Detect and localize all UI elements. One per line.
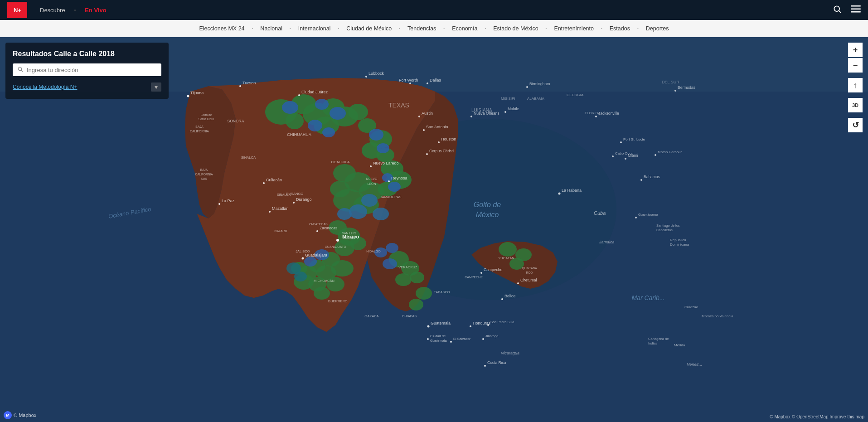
mapbox-icon: M <box>4 411 12 419</box>
svg-point-58 <box>395 273 412 286</box>
svg-text:Nuevo Laredo: Nuevo Laredo <box>373 161 399 165</box>
svg-point-177 <box>470 325 471 327</box>
nav-estado-mexico[interactable]: Estado de México <box>487 20 544 37</box>
zoom-out-button[interactable]: − <box>848 58 863 73</box>
sep-9: • <box>636 26 640 30</box>
sidebar-title: Resultados Calle a Calle 2018 <box>13 50 161 58</box>
svg-point-190 <box>482 338 484 340</box>
svg-text:Jacksonville: Jacksonville <box>598 111 619 116</box>
map-attribution[interactable]: © Mapbox © OpenStreetMap Improve this ma… <box>770 414 864 419</box>
nav-nacional[interactable]: Nacional <box>254 20 289 37</box>
search-icon <box>833 5 842 14</box>
svg-text:BAJA: BAJA <box>195 125 204 128</box>
svg-point-133 <box>302 257 304 260</box>
svg-text:ZACATECAS: ZACATECAS <box>309 223 328 226</box>
svg-text:CALIFORNIA: CALIFORNIA <box>195 173 213 176</box>
sep-5: • <box>442 26 446 30</box>
search-button[interactable] <box>833 5 842 16</box>
caribbean-label: Mar Carib... <box>631 294 664 301</box>
svg-point-165 <box>558 193 561 195</box>
svg-point-37 <box>322 127 335 137</box>
reset-button[interactable]: ↺ <box>848 118 863 132</box>
svg-text:Houston: Houston <box>441 137 456 141</box>
svg-point-129 <box>438 141 440 143</box>
svg-text:Lubbock: Lubbock <box>369 71 384 76</box>
gulf-label: Golfo de <box>474 201 501 209</box>
svg-text:Tucson: Tucson <box>242 81 256 85</box>
svg-point-35 <box>330 107 346 120</box>
descubre-link[interactable]: Descubre <box>40 7 65 14</box>
dropdown-arrow-icon: ▾ <box>151 82 161 92</box>
nav-economia[interactable]: Economía <box>446 20 484 37</box>
svg-text:Mazatlán: Mazatlán <box>272 206 289 211</box>
nav-elecciones[interactable]: Elecciones MX 24 <box>193 20 251 37</box>
svg-point-159 <box>655 154 656 156</box>
svg-point-109 <box>365 76 367 78</box>
3d-button[interactable]: 3D <box>848 98 863 112</box>
menu-button[interactable] <box>851 5 861 15</box>
mapbox-logo[interactable]: M © Mapbox <box>4 411 36 419</box>
svg-text:Guatemala: Guatemala <box>431 321 451 325</box>
nav-tendencias[interactable]: Tendencias <box>401 20 442 37</box>
svg-point-68 <box>383 258 397 269</box>
sep-7: • <box>545 26 548 30</box>
svg-point-113 <box>427 82 428 84</box>
nav-internacional[interactable]: Internacional <box>292 20 337 37</box>
search-box <box>13 63 161 76</box>
svg-text:Mobile: Mobile <box>508 107 519 111</box>
svg-point-115 <box>218 203 220 205</box>
svg-text:GEORGIA: GEORGIA <box>567 93 584 97</box>
svg-text:Guantánamo: Guantánamo <box>638 213 658 217</box>
svg-point-71 <box>294 272 307 281</box>
svg-point-107 <box>298 94 300 96</box>
svg-text:Santiago de los: Santiago de los <box>656 223 680 228</box>
mapbox-attr[interactable]: © Mapbox <box>770 414 790 419</box>
svg-text:Cartagena de: Cartagena de <box>648 337 669 341</box>
svg-text:Dallas: Dallas <box>430 78 441 82</box>
svg-text:Zacatecas: Zacatecas <box>320 226 337 230</box>
svg-point-36 <box>308 120 322 131</box>
svg-point-62 <box>499 242 517 257</box>
svg-text:La Paz: La Paz <box>222 199 235 203</box>
en-vivo-link[interactable]: En Vivo <box>85 7 106 14</box>
svg-text:Caballeros: Caballeros <box>656 228 673 232</box>
svg-text:México: México <box>342 234 359 239</box>
svg-point-185 <box>427 338 429 340</box>
svg-text:DEL SUR: DEL SUR <box>662 80 679 84</box>
methodology-link[interactable]: Conoce la Metodología N+ ▾ <box>13 82 161 92</box>
svg-text:República: República <box>670 238 686 242</box>
svg-text:Guatemala: Guatemala <box>430 339 447 343</box>
svg-point-34 <box>315 99 329 110</box>
svg-point-39 <box>377 143 389 153</box>
top-right-icons <box>833 5 861 16</box>
zoom-in-button[interactable]: + <box>848 43 863 57</box>
svg-point-183 <box>517 282 519 284</box>
map-container[interactable]: Golfo de México Mar Carib... Océano Pací… <box>0 37 868 422</box>
svg-text:COAHUILA: COAHUILA <box>331 160 350 164</box>
compass-button[interactable]: ↑ <box>848 78 863 92</box>
svg-point-151 <box>504 111 506 113</box>
top-nav-links: Descubre • En Vivo <box>40 7 107 14</box>
nav-estados[interactable]: Estados <box>603 20 636 37</box>
svg-point-143 <box>526 86 528 88</box>
gulf-label-2: México <box>476 211 499 218</box>
svg-text:Birmingham: Birmingham <box>529 82 550 86</box>
svg-point-161 <box>640 179 642 181</box>
improve-map-link[interactable]: Improve this map <box>829 414 864 419</box>
nav-cdmx[interactable]: Ciudad de México <box>340 20 398 37</box>
svg-point-137 <box>426 153 428 155</box>
nav-deportes[interactable]: Deportes <box>640 20 675 37</box>
nav-entretenimiento[interactable]: Entretenimiento <box>548 20 600 37</box>
sep-1: • <box>251 26 254 30</box>
svg-text:TEXAS: TEXAS <box>388 102 409 109</box>
svg-point-153 <box>620 141 622 143</box>
svg-point-149 <box>595 116 597 117</box>
logo-box[interactable]: N+ <box>7 2 27 18</box>
svg-text:Corpus Christi: Corpus Christi <box>429 149 454 153</box>
address-input[interactable] <box>27 67 157 73</box>
svg-text:TAMAULIPAS: TAMAULIPAS <box>380 195 401 199</box>
svg-point-131 <box>336 239 339 242</box>
sep-8: • <box>600 26 603 30</box>
svg-text:San Pedro Sula: San Pedro Sula <box>490 320 514 324</box>
nav-separator-1: • <box>74 8 76 13</box>
